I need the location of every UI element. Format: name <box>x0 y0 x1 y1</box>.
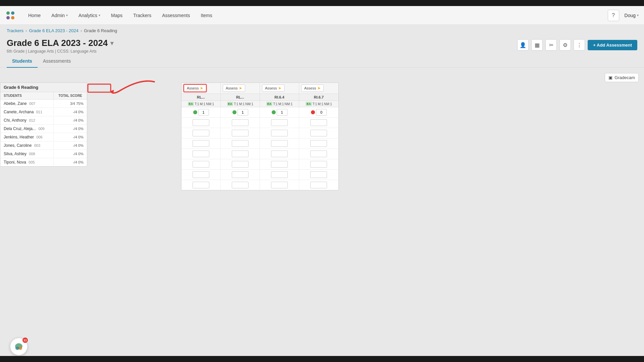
assess-label-3: Assess <box>304 86 316 90</box>
standard-cell-3: RI.6.7 <box>299 94 338 101</box>
empty-score-input[interactable] <box>271 150 288 157</box>
main-content: ▣ Gradecam Grade 6 Reading Students Tota… <box>0 72 644 293</box>
data-cell-r0-c2 <box>260 107 299 117</box>
empty-score-input[interactable] <box>232 150 249 157</box>
tab-students[interactable]: Students <box>7 55 38 68</box>
svg-point-2 <box>6 16 10 19</box>
data-cell-r1-c2 <box>260 118 299 128</box>
nav-analytics[interactable]: Analytics ▾ <box>74 10 105 21</box>
settings-icon-button[interactable]: ⚙ <box>559 39 571 51</box>
student-name: Jones, Caroline 003 <box>0 141 53 149</box>
empty-score-input[interactable] <box>193 130 209 136</box>
ea-badge-0: EA <box>188 102 194 106</box>
score-input[interactable] <box>237 109 248 116</box>
empty-score-input[interactable] <box>193 182 209 188</box>
nav-trackers[interactable]: Trackers <box>128 10 156 21</box>
breadcrumb-grade6ela[interactable]: Grade 6 ELA 2023 - 2024 <box>29 28 78 33</box>
student-name: Canete, Archana 011 <box>0 108 53 116</box>
empty-score-input[interactable] <box>193 140 209 147</box>
empty-score-input[interactable] <box>310 182 327 188</box>
nav-home[interactable]: Home <box>23 10 45 21</box>
empty-score-input[interactable] <box>232 130 249 136</box>
assess-label-2: Assess <box>265 86 277 90</box>
gradecam-button[interactable]: ▣ Gradecam <box>605 73 639 82</box>
empty-score-input[interactable] <box>271 161 288 168</box>
student-id: 006 <box>36 135 42 139</box>
empty-score-input[interactable] <box>271 130 288 136</box>
student-id: 009 <box>38 127 44 131</box>
empty-score-input[interactable] <box>310 161 327 168</box>
data-cell-r1-c3 <box>299 118 338 128</box>
student-score: -/4 0% <box>53 150 87 158</box>
assess-button-3[interactable]: Assess ➤ <box>301 84 324 92</box>
person-icon: 👤 <box>520 42 526 48</box>
empty-score-input[interactable] <box>310 130 327 136</box>
scissors-icon-button[interactable]: ✂ <box>545 39 557 51</box>
student-rows: Abebe, Zane 007 3/4 75% Canete, Archana … <box>0 100 87 166</box>
student-row: Silva, Ashley 008 -/4 0% <box>0 150 87 158</box>
empty-score-input[interactable] <box>232 140 249 147</box>
student-name: Tiponi, Nova 005 <box>0 158 53 166</box>
empty-score-input[interactable] <box>271 171 288 178</box>
nav-maps[interactable]: Maps <box>106 10 127 21</box>
empty-score-input[interactable] <box>232 171 249 178</box>
data-cell-r3-c0 <box>181 138 221 148</box>
help-button[interactable]: ? <box>608 10 619 21</box>
tab-assessments[interactable]: Assessments <box>38 55 76 68</box>
empty-score-input[interactable] <box>232 161 249 168</box>
empty-score-input[interactable] <box>310 150 327 157</box>
breadcrumb: Trackers › Grade 6 ELA 2023 - 2024 › Gra… <box>0 25 644 35</box>
grid-icon-button[interactable]: ▦ <box>531 39 543 51</box>
student-name: Jenkins, Heather 006 <box>0 133 53 141</box>
breadcrumb-trackers[interactable]: Trackers <box>7 28 23 33</box>
students-col-header: Students <box>0 92 53 99</box>
empty-score-input[interactable] <box>193 119 209 126</box>
student-score: -/4 0% <box>53 159 87 166</box>
header-cell-2: EA T:1 M:1 NM:1 <box>260 101 299 107</box>
data-cell-r5-c0 <box>181 159 221 169</box>
title-chevron-icon[interactable]: ▾ <box>110 40 113 47</box>
student-score: -/4 0% <box>53 133 87 141</box>
score-input[interactable] <box>198 109 209 116</box>
nav-items: Home Admin ▾ Analytics ▾ Maps Trackers A… <box>23 10 608 21</box>
data-row <box>181 118 338 128</box>
data-cell-r3-c2 <box>260 138 299 148</box>
nav-items[interactable]: Items <box>196 10 217 21</box>
empty-score-input[interactable] <box>232 119 249 126</box>
empty-score-input[interactable] <box>193 161 209 168</box>
page-header: Grade 6 ELA 2023 - 2024 ▾ 6th Grade | La… <box>0 35 644 55</box>
empty-score-input[interactable] <box>193 150 209 157</box>
empty-score-input[interactable] <box>310 171 327 178</box>
assess-arrow-icon-1: ➤ <box>239 86 242 90</box>
data-cell-r7-c1 <box>221 180 260 190</box>
empty-score-input[interactable] <box>232 182 249 188</box>
empty-score-input[interactable] <box>271 140 288 147</box>
more-options-button[interactable]: ⋮ <box>574 39 585 51</box>
empty-score-input[interactable] <box>271 182 288 188</box>
nav-assessments[interactable]: Assessments <box>157 10 195 21</box>
empty-score-input[interactable] <box>193 171 209 178</box>
logo[interactable] <box>5 10 15 20</box>
data-cell-r4-c0 <box>181 149 221 159</box>
person-icon-button[interactable]: 👤 <box>517 39 529 51</box>
add-assessment-button[interactable]: + Add Assessment <box>588 40 637 50</box>
page-title: Grade 6 ELA 2023 - 2024 ▾ <box>7 38 113 48</box>
user-menu[interactable]: Doug ▾ <box>625 13 639 18</box>
score-input[interactable] <box>277 109 287 116</box>
empty-score-input[interactable] <box>271 119 288 126</box>
assess-arrow-icon-0: ➤ <box>200 86 203 90</box>
assess-button-2[interactable]: Assess ➤ <box>262 84 284 92</box>
student-name: Chi, Anthony 012 <box>0 116 53 124</box>
score-input[interactable] <box>316 109 327 116</box>
data-cell-r0-c3 <box>299 107 338 117</box>
assess-button-1[interactable]: Assess ➤ <box>223 84 245 92</box>
scissors-icon: ✂ <box>549 42 553 48</box>
empty-score-input[interactable] <box>310 140 327 147</box>
empty-score-input[interactable] <box>310 119 327 126</box>
panel-title: Grade 6 Reading <box>0 83 87 92</box>
assess-button-0[interactable]: Assess ➤ <box>183 84 207 92</box>
analytics-chevron-icon: ▾ <box>99 13 100 17</box>
nav-admin[interactable]: Admin ▾ <box>47 10 72 21</box>
student-id: 005 <box>29 160 35 164</box>
student-score: 3/4 75% <box>53 100 87 107</box>
